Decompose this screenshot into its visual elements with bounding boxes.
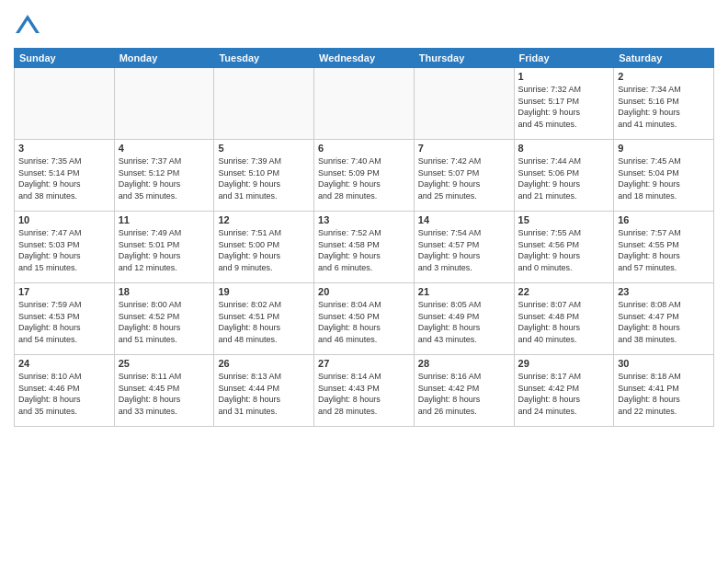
calendar-week-4: 24Sunrise: 8:10 AM Sunset: 4:46 PM Dayli… xyxy=(15,355,714,427)
calendar-cell xyxy=(414,68,514,140)
calendar-cell xyxy=(214,68,314,140)
day-info: Sunrise: 8:16 AM Sunset: 4:42 PM Dayligh… xyxy=(418,371,510,417)
calendar-cell: 5Sunrise: 7:39 AM Sunset: 5:10 PM Daylig… xyxy=(214,140,314,212)
day-info: Sunrise: 8:17 AM Sunset: 4:42 PM Dayligh… xyxy=(518,371,610,417)
day-info: Sunrise: 8:10 AM Sunset: 4:46 PM Dayligh… xyxy=(18,371,110,417)
day-info: Sunrise: 8:11 AM Sunset: 4:45 PM Dayligh… xyxy=(119,371,210,417)
calendar-cell: 3Sunrise: 7:35 AM Sunset: 5:14 PM Daylig… xyxy=(15,140,115,212)
day-number: 10 xyxy=(18,214,110,225)
calendar-cell: 19Sunrise: 8:02 AM Sunset: 4:51 PM Dayli… xyxy=(214,283,314,355)
calendar-week-3: 17Sunrise: 7:59 AM Sunset: 4:53 PM Dayli… xyxy=(15,283,714,355)
calendar-week-0: 1Sunrise: 7:32 AM Sunset: 5:17 PM Daylig… xyxy=(15,68,714,140)
calendar-cell: 13Sunrise: 7:52 AM Sunset: 4:58 PM Dayli… xyxy=(314,212,415,283)
day-info: Sunrise: 7:59 AM Sunset: 4:53 PM Dayligh… xyxy=(18,299,110,345)
day-number: 3 xyxy=(18,143,110,154)
calendar-header-wednesday: Wednesday xyxy=(314,49,415,68)
day-info: Sunrise: 8:18 AM Sunset: 4:41 PM Dayligh… xyxy=(618,371,710,417)
day-number: 16 xyxy=(618,214,710,225)
day-number: 9 xyxy=(618,143,710,154)
day-info: Sunrise: 7:55 AM Sunset: 4:56 PM Dayligh… xyxy=(518,227,610,273)
day-info: Sunrise: 7:47 AM Sunset: 5:03 PM Dayligh… xyxy=(18,227,110,273)
day-number: 8 xyxy=(518,143,610,154)
day-info: Sunrise: 8:13 AM Sunset: 4:44 PM Dayligh… xyxy=(218,371,310,417)
calendar-cell: 2Sunrise: 7:34 AM Sunset: 5:16 PM Daylig… xyxy=(614,68,714,140)
calendar-cell: 16Sunrise: 7:57 AM Sunset: 4:55 PM Dayli… xyxy=(614,212,714,283)
calendar-header-monday: Monday xyxy=(114,49,214,68)
day-number: 20 xyxy=(318,286,410,297)
day-number: 28 xyxy=(418,358,510,369)
day-number: 5 xyxy=(218,143,310,154)
day-info: Sunrise: 7:34 AM Sunset: 5:16 PM Dayligh… xyxy=(618,84,710,130)
calendar-cell: 10Sunrise: 7:47 AM Sunset: 5:03 PM Dayli… xyxy=(15,212,115,283)
day-info: Sunrise: 7:57 AM Sunset: 4:55 PM Dayligh… xyxy=(618,227,710,273)
day-info: Sunrise: 8:08 AM Sunset: 4:47 PM Dayligh… xyxy=(618,299,710,345)
day-number: 4 xyxy=(119,143,210,154)
calendar-header-sunday: Sunday xyxy=(15,49,115,68)
day-info: Sunrise: 7:35 AM Sunset: 5:14 PM Dayligh… xyxy=(18,155,110,201)
day-info: Sunrise: 7:37 AM Sunset: 5:12 PM Dayligh… xyxy=(119,155,210,201)
day-number: 11 xyxy=(119,214,210,225)
calendar-cell: 7Sunrise: 7:42 AM Sunset: 5:07 PM Daylig… xyxy=(414,140,514,212)
calendar-cell: 14Sunrise: 7:54 AM Sunset: 4:57 PM Dayli… xyxy=(414,212,514,283)
calendar-cell: 17Sunrise: 7:59 AM Sunset: 4:53 PM Dayli… xyxy=(15,283,115,355)
calendar-cell: 15Sunrise: 7:55 AM Sunset: 4:56 PM Dayli… xyxy=(514,212,614,283)
calendar-cell: 4Sunrise: 7:37 AM Sunset: 5:12 PM Daylig… xyxy=(114,140,214,212)
day-number: 29 xyxy=(518,358,610,369)
day-number: 25 xyxy=(119,358,210,369)
day-number: 18 xyxy=(119,286,210,297)
day-info: Sunrise: 8:00 AM Sunset: 4:52 PM Dayligh… xyxy=(119,299,210,345)
day-number: 24 xyxy=(18,358,110,369)
calendar-cell: 8Sunrise: 7:44 AM Sunset: 5:06 PM Daylig… xyxy=(514,140,614,212)
day-number: 7 xyxy=(418,143,510,154)
calendar-header-thursday: Thursday xyxy=(414,49,514,68)
calendar-cell: 22Sunrise: 8:07 AM Sunset: 4:48 PM Dayli… xyxy=(514,283,614,355)
calendar-cell: 18Sunrise: 8:00 AM Sunset: 4:52 PM Dayli… xyxy=(114,283,214,355)
calendar-cell: 1Sunrise: 7:32 AM Sunset: 5:17 PM Daylig… xyxy=(514,68,614,140)
calendar-cell: 9Sunrise: 7:45 AM Sunset: 5:04 PM Daylig… xyxy=(614,140,714,212)
calendar-cell: 12Sunrise: 7:51 AM Sunset: 5:00 PM Dayli… xyxy=(214,212,314,283)
day-info: Sunrise: 7:49 AM Sunset: 5:01 PM Dayligh… xyxy=(119,227,210,273)
calendar: SundayMondayTuesdayWednesdayThursdayFrid… xyxy=(14,48,714,427)
page: SundayMondayTuesdayWednesdayThursdayFrid… xyxy=(0,0,728,563)
day-number: 1 xyxy=(518,71,610,82)
calendar-cell: 11Sunrise: 7:49 AM Sunset: 5:01 PM Dayli… xyxy=(114,212,214,283)
day-number: 12 xyxy=(218,214,310,225)
day-info: Sunrise: 7:45 AM Sunset: 5:04 PM Dayligh… xyxy=(618,155,710,201)
calendar-cell: 20Sunrise: 8:04 AM Sunset: 4:50 PM Dayli… xyxy=(314,283,415,355)
calendar-header-row: SundayMondayTuesdayWednesdayThursdayFrid… xyxy=(15,49,714,68)
day-info: Sunrise: 7:40 AM Sunset: 5:09 PM Dayligh… xyxy=(318,155,410,201)
day-number: 19 xyxy=(218,286,310,297)
calendar-cell: 28Sunrise: 8:16 AM Sunset: 4:42 PM Dayli… xyxy=(414,355,514,427)
calendar-cell xyxy=(114,68,214,140)
day-info: Sunrise: 7:44 AM Sunset: 5:06 PM Dayligh… xyxy=(518,155,610,201)
calendar-week-1: 3Sunrise: 7:35 AM Sunset: 5:14 PM Daylig… xyxy=(15,140,714,212)
day-number: 23 xyxy=(618,286,710,297)
calendar-cell: 25Sunrise: 8:11 AM Sunset: 4:45 PM Dayli… xyxy=(114,355,214,427)
calendar-header-friday: Friday xyxy=(514,49,614,68)
calendar-cell xyxy=(15,68,115,140)
day-info: Sunrise: 8:05 AM Sunset: 4:49 PM Dayligh… xyxy=(418,299,510,345)
day-number: 26 xyxy=(218,358,310,369)
calendar-cell xyxy=(314,68,415,140)
day-info: Sunrise: 8:02 AM Sunset: 4:51 PM Dayligh… xyxy=(218,299,310,345)
calendar-header-tuesday: Tuesday xyxy=(214,49,314,68)
logo xyxy=(14,13,44,40)
day-number: 27 xyxy=(318,358,410,369)
calendar-cell: 29Sunrise: 8:17 AM Sunset: 4:42 PM Dayli… xyxy=(514,355,614,427)
day-info: Sunrise: 7:51 AM Sunset: 5:00 PM Dayligh… xyxy=(218,227,310,273)
calendar-cell: 24Sunrise: 8:10 AM Sunset: 4:46 PM Dayli… xyxy=(15,355,115,427)
day-info: Sunrise: 7:39 AM Sunset: 5:10 PM Dayligh… xyxy=(218,155,310,201)
day-info: Sunrise: 8:07 AM Sunset: 4:48 PM Dayligh… xyxy=(518,299,610,345)
day-number: 15 xyxy=(518,214,610,225)
day-number: 22 xyxy=(518,286,610,297)
calendar-cell: 30Sunrise: 8:18 AM Sunset: 4:41 PM Dayli… xyxy=(614,355,714,427)
calendar-header-saturday: Saturday xyxy=(614,49,714,68)
day-number: 21 xyxy=(418,286,510,297)
day-number: 14 xyxy=(418,214,510,225)
calendar-cell: 21Sunrise: 8:05 AM Sunset: 4:49 PM Dayli… xyxy=(414,283,514,355)
day-info: Sunrise: 7:32 AM Sunset: 5:17 PM Dayligh… xyxy=(518,84,610,130)
calendar-cell: 23Sunrise: 8:08 AM Sunset: 4:47 PM Dayli… xyxy=(614,283,714,355)
day-info: Sunrise: 7:42 AM Sunset: 5:07 PM Dayligh… xyxy=(418,155,510,201)
day-info: Sunrise: 8:14 AM Sunset: 4:43 PM Dayligh… xyxy=(318,371,410,417)
day-number: 6 xyxy=(318,143,410,154)
